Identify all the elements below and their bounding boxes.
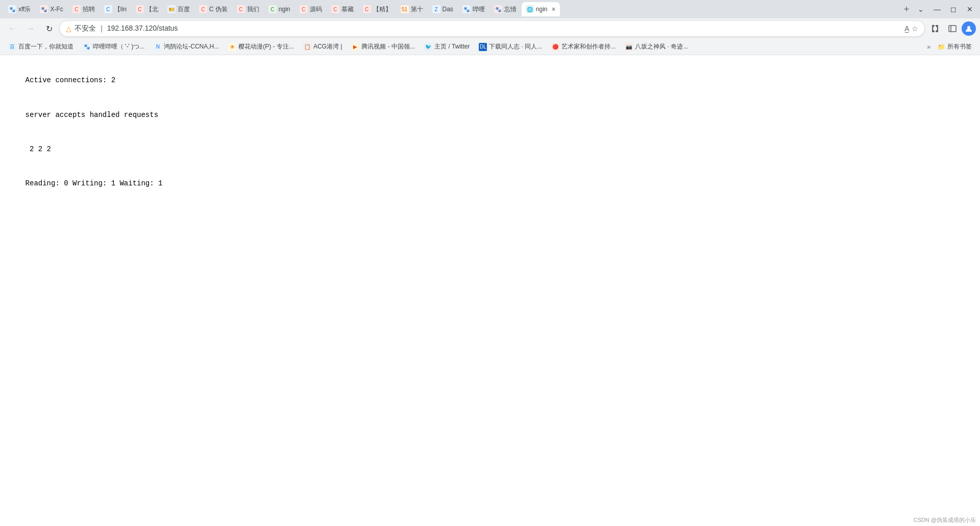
bookmark-item-2[interactable]: N鸿鹄论坛-CCNA,H...: [150, 41, 223, 53]
tab-favicon-15: 🐾: [462, 5, 471, 13]
profile-avatar[interactable]: [962, 21, 976, 36]
nginx-status-output: Active connections: 2 server accepts han…: [8, 63, 972, 201]
tab-title-12: 【精】: [373, 5, 391, 14]
browser-chrome: 🐾xff乐🐾X-FcC招聘C【linC【北🎫百度CC 伪装C我们CnginC源码…: [0, 0, 980, 55]
tab-close-17[interactable]: ×: [552, 5, 556, 13]
tab-title-4: 【lin: [114, 5, 127, 14]
bookmark-item-9[interactable]: 📷八坂之神风 · 奇迹...: [621, 41, 692, 53]
bookmarks-more-button[interactable]: »: [925, 41, 933, 53]
bookmark-favicon-8: 🔴: [551, 43, 559, 51]
bookmark-favicon-4: 📋: [303, 43, 311, 51]
bookmark-item-7[interactable]: DL下载同人志 · 同人...: [475, 41, 546, 53]
bookmark-label-0: 百度一下，你就知道: [18, 42, 74, 51]
browser-tab-12[interactable]: C【精】: [359, 2, 396, 16]
browser-tab-11[interactable]: C慕藏: [327, 2, 358, 16]
bookmark-item-8[interactable]: 🔴艺术家和创作者持...: [547, 41, 620, 53]
browser-tab-3[interactable]: C招聘: [68, 2, 99, 16]
translate-icon[interactable]: A̲: [904, 25, 910, 33]
tab-title-6: 百度: [178, 5, 190, 14]
bookmark-label-3: 樱花动漫(P) - 专注...: [238, 42, 294, 51]
tab-favicon-1: 🐾: [8, 5, 16, 13]
back-button[interactable]: ←: [4, 20, 20, 37]
tab-favicon-4: C: [104, 5, 112, 13]
bookmark-favicon-3: ❀: [228, 43, 236, 51]
tab-title-10: 源码: [310, 5, 322, 14]
tab-title-17: ngin: [536, 6, 548, 13]
new-tab-button[interactable]: +: [899, 2, 914, 16]
tab-title-8: 我们: [247, 5, 259, 14]
bookmark-label-2: 鸿鹄论坛-CCNA,H...: [164, 42, 219, 51]
bookmark-item-0[interactable]: 百百度一下，你就知道: [4, 41, 78, 53]
active-connections-line: Active connections: 2: [26, 76, 115, 84]
security-warning-icon: △: [66, 25, 71, 33]
server-accepts-line: server accepts handled requests: [26, 111, 158, 119]
tab-title-14: Das: [443, 6, 453, 13]
browser-tab-7[interactable]: CC 伪装: [195, 2, 232, 16]
bookmark-item-1[interactable]: 🐾哔哩哔哩（ '-' )つ...: [79, 41, 149, 53]
tab-bar-controls: ⌄ — ◻ ✕: [915, 3, 976, 15]
tab-title-7: C 伪装: [209, 5, 228, 14]
bookmark-star-icon[interactable]: ☆: [912, 25, 918, 33]
address-bar-icons: A̲ ☆: [904, 25, 918, 33]
tab-favicon-14: Z: [432, 5, 440, 13]
tab-favicon-16: 🐾: [494, 5, 502, 13]
bookmarks-bar: 百百度一下，你就知道🐾哔哩哔哩（ '-' )つ...N鸿鹄论坛-CCNA,H..…: [0, 39, 980, 55]
extensions-button[interactable]: [927, 20, 943, 37]
browser-tab-14[interactable]: ZDas: [428, 2, 457, 16]
bookmark-label-9: 八坂之神风 · 奇迹...: [635, 42, 688, 51]
tab-title-9: ngin: [279, 6, 290, 13]
browser-tab-17[interactable]: 🌐ngin×: [522, 2, 560, 16]
bookmark-item-5[interactable]: ▶腾讯视频 - 中国领...: [347, 41, 419, 53]
sidebar-button[interactable]: [944, 20, 961, 37]
browser-tab-5[interactable]: C【北: [132, 2, 162, 16]
bookmark-label-1: 哔哩哔哩（ '-' )つ...: [93, 42, 144, 51]
address-bar[interactable]: △ 不安全 ｜ 192.168.37.120/status A̲ ☆: [59, 20, 925, 37]
nav-bar: ← → ↻ △ 不安全 ｜ 192.168.37.120/status A̲ ☆: [0, 18, 980, 39]
tab-title-2: X-Fc: [50, 6, 63, 13]
tab-favicon-12: C: [363, 5, 371, 13]
browser-tab-9[interactable]: Cngin: [264, 2, 295, 16]
browser-tab-6[interactable]: 🎫百度: [163, 2, 194, 16]
bookmark-item-4[interactable]: 📋ACG港湾 |: [299, 41, 346, 53]
tab-favicon-17: 🌐: [526, 5, 534, 13]
watermark: CSDN @伪装成塔的小乐: [910, 514, 980, 526]
reload-button[interactable]: ↻: [41, 20, 57, 37]
bookmark-label-7: 下载同人志 · 同人...: [489, 42, 542, 51]
maximize-button[interactable]: ◻: [947, 3, 960, 15]
reading-writing-waiting-line: Reading: 0 Writing: 1 Waiting: 1: [26, 179, 163, 187]
bookmark-favicon-6: 🐦: [424, 43, 432, 51]
tab-title-11: 慕藏: [341, 5, 354, 14]
folder-icon: 📁: [938, 43, 945, 51]
bookmark-label-6: 主页 / Twitter: [434, 42, 470, 51]
bookmark-item-6[interactable]: 🐦主页 / Twitter: [420, 41, 474, 53]
tab-favicon-5: C: [136, 5, 144, 13]
tab-favicon-9: C: [268, 5, 277, 13]
bookmark-favicon-2: N: [154, 43, 162, 51]
all-bookmarks-button[interactable]: 📁 所有书签: [934, 41, 976, 53]
browser-tab-16[interactable]: 🐾忘情: [490, 2, 521, 16]
browser-tab-13[interactable]: 51第十: [397, 2, 427, 16]
all-bookmarks-label: 所有书签: [947, 42, 972, 51]
bookmark-favicon-7: DL: [479, 43, 487, 51]
numbers-line: 2 2 2: [26, 145, 51, 153]
tab-favicon-3: C: [72, 5, 81, 13]
tab-title-5: 【北: [146, 5, 158, 14]
forward-button[interactable]: →: [22, 20, 39, 37]
browser-tab-1[interactable]: 🐾xff乐: [4, 2, 35, 16]
tab-favicon-10: C: [300, 5, 308, 13]
browser-tab-4[interactable]: C【lin: [100, 2, 131, 16]
close-button[interactable]: ✕: [964, 3, 976, 15]
minimize-button[interactable]: —: [931, 3, 943, 15]
browser-tab-8[interactable]: C我们: [233, 2, 263, 16]
tab-favicon-11: C: [331, 5, 339, 13]
main-content: Active connections: 2 server accepts han…: [0, 55, 980, 526]
bookmark-favicon-5: ▶: [351, 43, 359, 51]
browser-tab-2[interactable]: 🐾X-Fc: [36, 2, 67, 16]
tab-favicon-6: 🎫: [167, 5, 176, 13]
tab-list-button[interactable]: ⌄: [915, 3, 927, 15]
bookmark-favicon-0: 百: [8, 43, 16, 51]
bookmark-item-3[interactable]: ❀樱花动漫(P) - 专注...: [224, 41, 298, 53]
bookmarks-right: 📁 所有书签: [934, 41, 976, 53]
browser-tab-15[interactable]: 🐾哔哩: [458, 2, 489, 16]
browser-tab-10[interactable]: C源码: [296, 2, 326, 16]
